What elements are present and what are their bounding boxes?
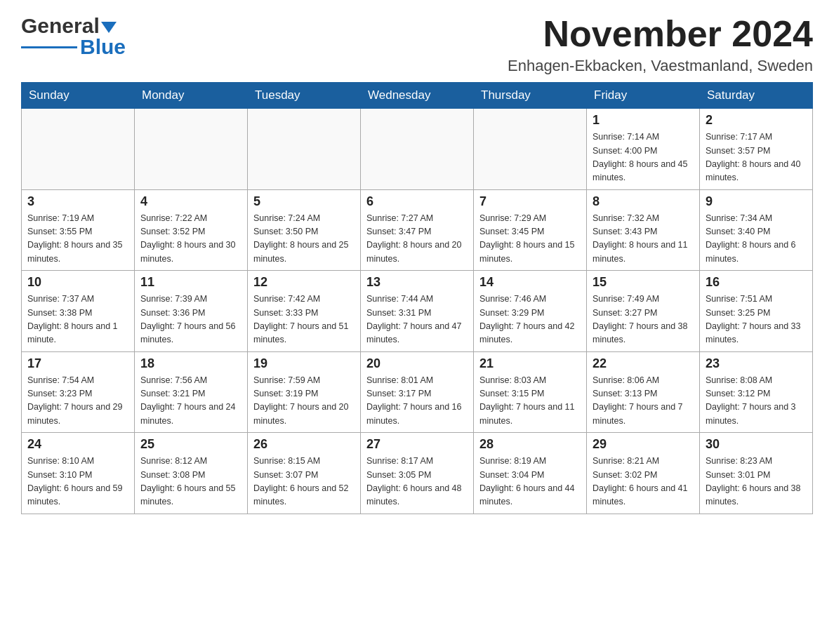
day-number: 5 [253,194,355,209]
day-number: 30 [706,437,807,452]
calendar-cell: 23Sunrise: 8:08 AMSunset: 3:12 PMDayligh… [700,351,813,433]
calendar-header-thursday: Thursday [474,83,587,109]
calendar-week-1: 1Sunrise: 7:14 AMSunset: 4:00 PMDaylight… [22,109,813,190]
day-info: Sunrise: 7:22 AMSunset: 3:52 PMDaylight:… [140,212,241,267]
day-number: 6 [366,194,468,209]
day-number: 27 [366,437,468,452]
day-number: 22 [593,356,694,371]
calendar-cell: 19Sunrise: 7:59 AMSunset: 3:19 PMDayligh… [248,351,361,433]
day-info: Sunrise: 8:10 AMSunset: 3:10 PMDaylight:… [27,455,128,509]
logo-general: General [21,14,100,38]
day-info: Sunrise: 7:44 AMSunset: 3:31 PMDaylight:… [366,293,468,347]
calendar-week-4: 17Sunrise: 7:54 AMSunset: 3:23 PMDayligh… [22,351,813,433]
day-info: Sunrise: 8:06 AMSunset: 3:13 PMDaylight:… [593,374,694,429]
day-number: 25 [140,437,241,452]
calendar-cell: 29Sunrise: 8:21 AMSunset: 3:02 PMDayligh… [587,433,700,514]
calendar-cell: 7Sunrise: 7:29 AMSunset: 3:45 PMDaylight… [474,189,587,271]
day-info: Sunrise: 7:34 AMSunset: 3:40 PMDaylight:… [706,212,807,267]
calendar-table: SundayMondayTuesdayWednesdayThursdayFrid… [21,82,813,514]
calendar-cell: 28Sunrise: 8:19 AMSunset: 3:04 PMDayligh… [474,433,587,514]
location-text: Enhagen-Ekbacken, Vaestmanland, Sweden [508,57,813,75]
day-info: Sunrise: 7:46 AMSunset: 3:29 PMDaylight:… [479,293,581,347]
calendar-cell: 18Sunrise: 7:56 AMSunset: 3:21 PMDayligh… [135,351,248,433]
day-number: 15 [593,275,694,290]
day-info: Sunrise: 8:12 AMSunset: 3:08 PMDaylight:… [140,455,241,509]
logo-blue: Blue [80,35,126,59]
day-number: 18 [140,356,241,371]
calendar-cell: 20Sunrise: 8:01 AMSunset: 3:17 PMDayligh… [361,351,474,433]
calendar-cell: 27Sunrise: 8:17 AMSunset: 3:05 PMDayligh… [361,433,474,514]
calendar-header-saturday: Saturday [700,83,813,109]
calendar-header-tuesday: Tuesday [248,83,361,109]
calendar-header-friday: Friday [587,83,700,109]
day-number: 23 [706,356,807,371]
calendar-header-sunday: Sunday [22,83,135,109]
day-number: 7 [479,194,581,209]
calendar-cell: 9Sunrise: 7:34 AMSunset: 3:40 PMDaylight… [700,189,813,271]
day-info: Sunrise: 7:29 AMSunset: 3:45 PMDaylight:… [479,212,581,267]
day-number: 12 [253,275,355,290]
day-info: Sunrise: 8:23 AMSunset: 3:01 PMDaylight:… [706,455,807,509]
calendar-cell: 22Sunrise: 8:06 AMSunset: 3:13 PMDayligh… [587,351,700,433]
day-number: 9 [706,194,807,209]
calendar-week-5: 24Sunrise: 8:10 AMSunset: 3:10 PMDayligh… [22,433,813,514]
calendar-cell: 5Sunrise: 7:24 AMSunset: 3:50 PMDaylight… [248,189,361,271]
title-section: November 2024 Enhagen-Ekbacken, Vaestman… [508,14,813,75]
calendar-cell: 16Sunrise: 7:51 AMSunset: 3:25 PMDayligh… [700,271,813,352]
day-number: 28 [479,437,581,452]
month-title: November 2024 [508,14,813,54]
day-number: 20 [366,356,468,371]
day-info: Sunrise: 7:54 AMSunset: 3:23 PMDaylight:… [27,374,128,429]
logo-triangle-icon [101,19,117,34]
day-info: Sunrise: 7:24 AMSunset: 3:50 PMDaylight:… [253,212,355,267]
calendar-cell [361,109,474,190]
day-info: Sunrise: 7:51 AMSunset: 3:25 PMDaylight:… [706,293,807,347]
day-number: 19 [253,356,355,371]
logo-underline [21,46,77,48]
calendar-header-wednesday: Wednesday [361,83,474,109]
day-info: Sunrise: 8:01 AMSunset: 3:17 PMDaylight:… [366,374,468,429]
calendar-cell: 6Sunrise: 7:27 AMSunset: 3:47 PMDaylight… [361,189,474,271]
day-info: Sunrise: 7:17 AMSunset: 3:57 PMDaylight:… [706,130,807,185]
day-info: Sunrise: 8:19 AMSunset: 3:04 PMDaylight:… [479,455,581,509]
day-info: Sunrise: 8:17 AMSunset: 3:05 PMDaylight:… [366,455,468,509]
day-number: 10 [27,275,128,290]
day-info: Sunrise: 7:14 AMSunset: 4:00 PMDaylight:… [593,130,694,185]
calendar-week-3: 10Sunrise: 7:37 AMSunset: 3:38 PMDayligh… [22,271,813,352]
calendar-cell: 3Sunrise: 7:19 AMSunset: 3:55 PMDaylight… [22,189,135,271]
day-info: Sunrise: 8:21 AMSunset: 3:02 PMDaylight:… [593,455,694,509]
day-info: Sunrise: 7:32 AMSunset: 3:43 PMDaylight:… [593,212,694,267]
day-number: 8 [593,194,694,209]
day-number: 21 [479,356,581,371]
day-info: Sunrise: 7:37 AMSunset: 3:38 PMDaylight:… [27,293,128,347]
page-header: General Blue November 2024 Enhagen-Ekbac… [21,14,813,75]
calendar-cell [248,109,361,190]
day-number: 26 [253,437,355,452]
calendar-cell: 14Sunrise: 7:46 AMSunset: 3:29 PMDayligh… [474,271,587,352]
day-info: Sunrise: 7:39 AMSunset: 3:36 PMDaylight:… [140,293,241,347]
svg-marker-0 [101,22,117,33]
day-number: 11 [140,275,241,290]
calendar-cell: 8Sunrise: 7:32 AMSunset: 3:43 PMDaylight… [587,189,700,271]
calendar-cell: 25Sunrise: 8:12 AMSunset: 3:08 PMDayligh… [135,433,248,514]
calendar-cell: 11Sunrise: 7:39 AMSunset: 3:36 PMDayligh… [135,271,248,352]
day-info: Sunrise: 7:19 AMSunset: 3:55 PMDaylight:… [27,212,128,267]
calendar-cell: 12Sunrise: 7:42 AMSunset: 3:33 PMDayligh… [248,271,361,352]
calendar-cell: 10Sunrise: 7:37 AMSunset: 3:38 PMDayligh… [22,271,135,352]
calendar-cell: 2Sunrise: 7:17 AMSunset: 3:57 PMDaylight… [700,109,813,190]
calendar-cell [474,109,587,190]
day-info: Sunrise: 7:59 AMSunset: 3:19 PMDaylight:… [253,374,355,429]
day-number: 29 [593,437,694,452]
day-info: Sunrise: 7:49 AMSunset: 3:27 PMDaylight:… [593,293,694,347]
calendar-cell: 1Sunrise: 7:14 AMSunset: 4:00 PMDaylight… [587,109,700,190]
calendar-cell [135,109,248,190]
calendar-cell: 4Sunrise: 7:22 AMSunset: 3:52 PMDaylight… [135,189,248,271]
day-number: 3 [27,194,128,209]
calendar-week-2: 3Sunrise: 7:19 AMSunset: 3:55 PMDaylight… [22,189,813,271]
day-info: Sunrise: 8:15 AMSunset: 3:07 PMDaylight:… [253,455,355,509]
day-info: Sunrise: 7:56 AMSunset: 3:21 PMDaylight:… [140,374,241,429]
day-number: 16 [706,275,807,290]
calendar-cell: 30Sunrise: 8:23 AMSunset: 3:01 PMDayligh… [700,433,813,514]
day-info: Sunrise: 8:03 AMSunset: 3:15 PMDaylight:… [479,374,581,429]
calendar-header-row: SundayMondayTuesdayWednesdayThursdayFrid… [22,83,813,109]
